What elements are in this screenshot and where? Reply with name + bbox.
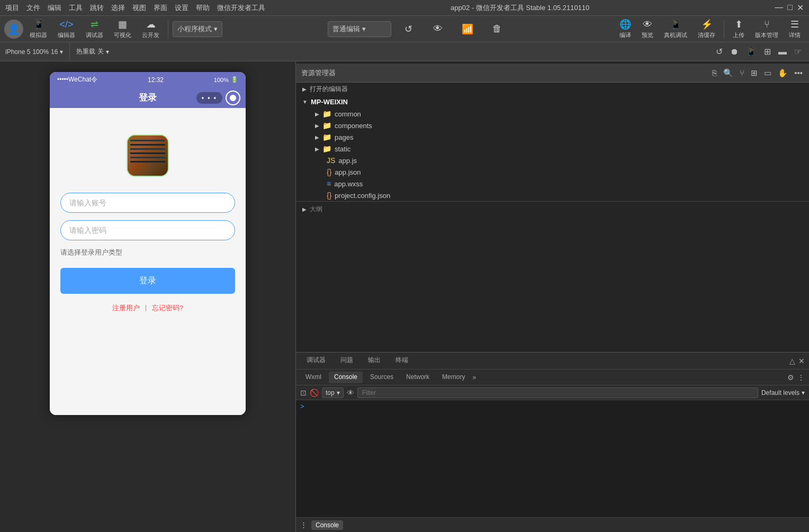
subtab-more[interactable]: » (472, 374, 476, 381)
split-view-icon[interactable]: ▭ (763, 67, 772, 79)
menu-edit[interactable]: 编辑 (48, 3, 61, 13)
subtab-sources[interactable]: Sources (365, 372, 399, 383)
default-levels-selector[interactable]: Default levels ▾ (761, 389, 805, 396)
bottom-more-icon[interactable]: ⋮ (300, 521, 307, 529)
tab-terminal[interactable]: 终端 (389, 354, 415, 368)
record-inner (230, 95, 236, 101)
phone-icon[interactable]: 📱 (744, 46, 759, 58)
menu-help[interactable]: 帮助 (196, 3, 210, 13)
maximize-button[interactable]: □ (787, 3, 793, 13)
console-block-icon[interactable]: 🚫 (310, 389, 319, 397)
console-filter-input[interactable] (357, 387, 758, 398)
forgot-pwd-link[interactable]: 忘记密码? (152, 303, 183, 313)
git-icon[interactable]: ⑂ (739, 67, 745, 78)
folder-static[interactable]: ▶ 📁 static (296, 143, 809, 155)
eye-btn[interactable]: 👁 (425, 21, 451, 37)
dots-icon: • • • (202, 94, 217, 102)
tab-debugger[interactable]: 调试器 (300, 354, 332, 368)
editor-label: 编辑器 (58, 31, 75, 39)
phone-more-btn[interactable]: • • • (196, 92, 222, 104)
subtab-console[interactable]: Console (329, 372, 363, 383)
menu-settings[interactable]: 设置 (175, 3, 188, 13)
menu-tools[interactable]: 工具 (69, 3, 83, 13)
copy-icon[interactable]: ⎘ (711, 67, 718, 78)
file-app-js[interactable]: JS app.js (296, 155, 809, 166)
devtools-settings-icon[interactable]: ⚙ (787, 373, 794, 382)
devtools-expand-btn[interactable]: △ (789, 357, 795, 365)
password-input[interactable] (60, 220, 235, 240)
console-bottom-btn[interactable]: Console (311, 520, 343, 530)
file-toolbar: 资源管理器 ⎘ 🔍 ⑂ ⊞ ▭ ✋ ••• (296, 64, 809, 83)
context-selector[interactable]: top ▾ (322, 387, 344, 398)
subtab-network[interactable]: Network (401, 372, 435, 383)
outline-section[interactable]: ▶ 大纲 (296, 201, 809, 217)
menu-file[interactable]: 文件 (26, 3, 40, 13)
upload-btn[interactable]: ⬆ 上传 (729, 16, 749, 41)
real-debug-btn[interactable]: 📱 真机调试 (660, 16, 691, 41)
details-btn[interactable]: ☰ 详情 (785, 16, 805, 41)
clear-cache-btn[interactable]: 🗑 (484, 21, 510, 37)
menu-select[interactable]: 选择 (111, 3, 125, 13)
mp-weixin-header[interactable]: ▼ MP-WEIXIN (296, 96, 809, 108)
phone-record-btn[interactable] (226, 91, 240, 105)
tab-output[interactable]: 输出 (362, 354, 387, 368)
hand-icon[interactable]: ✋ (777, 67, 789, 79)
debug-remote-btn[interactable]: 📶 (455, 21, 480, 37)
phone-links: 注册用户 | 忘记密码? (112, 303, 184, 313)
device-dropdown-arrow: ▾ (60, 48, 63, 56)
compile-dropdown[interactable]: 普通编辑 ▾ (328, 21, 391, 37)
simulator-btn[interactable]: 📱 模拟器 (25, 16, 51, 41)
login-button[interactable]: 登录 (60, 268, 235, 294)
register-link[interactable]: 注册用户 (112, 303, 140, 313)
translate-btn[interactable]: 🌐 编译 (615, 16, 635, 41)
menu-project[interactable]: 项目 (5, 3, 19, 13)
bookshelf-image (128, 134, 168, 177)
search-icon[interactable]: 🔍 (722, 67, 734, 79)
subtab-wxml[interactable]: Wxml (300, 372, 327, 383)
editor-btn[interactable]: </> 编辑器 (53, 17, 79, 41)
tab-issues[interactable]: 问题 (334, 354, 359, 368)
hot-reload-selector[interactable]: 热重载 关 ▾ (76, 47, 109, 56)
eye-filter-icon[interactable]: 👁 (347, 389, 354, 397)
file-app-json[interactable]: {} app.json (296, 166, 809, 178)
device-selector[interactable]: iPhone 5 100% 16 ▾ (5, 48, 63, 56)
debugger-btn[interactable]: ⇌ 调试器 (82, 16, 107, 41)
upload-icon: ⬆ (735, 19, 743, 30)
cloud-dev-btn[interactable]: ☁ 云开发 (138, 16, 164, 41)
refresh-btn[interactable]: ↺ (395, 21, 421, 37)
menu-view[interactable]: 视图 (132, 3, 146, 13)
tablet-icon[interactable]: ▬ (776, 46, 789, 58)
touch-icon[interactable]: ☞ (792, 46, 804, 58)
context-arrow: ▾ (337, 389, 340, 396)
split-icon[interactable]: ⊞ (762, 46, 773, 58)
menu-interface[interactable]: 界面 (154, 3, 167, 13)
preview-btn[interactable]: 👁 预览 (637, 17, 658, 41)
avatar[interactable]: 👤 (4, 20, 23, 39)
menu-wechat[interactable]: 微信开发者工具 (217, 3, 265, 13)
rotate-icon[interactable]: ↺ (714, 46, 725, 58)
opened-editors-header[interactable]: ▶ 打开的编辑器 (296, 83, 809, 96)
folder-common[interactable]: ▶ 📁 common (296, 108, 809, 120)
visualize-btn[interactable]: ▦ 可视化 (110, 16, 136, 41)
devtools-more-icon[interactable]: ⋮ (797, 373, 805, 382)
file-project-config[interactable]: {} project.config.json (296, 190, 809, 201)
console-cursor-icon[interactable]: ⊡ (300, 389, 307, 397)
devtools-close-btn[interactable]: ✕ (798, 357, 805, 365)
mode-dropdown[interactable]: 小程序模式 ▾ (173, 21, 222, 37)
console-prompt[interactable]: > (300, 402, 304, 410)
more-icon[interactable]: ••• (793, 67, 804, 78)
menu-goto[interactable]: 跳转 (90, 3, 104, 13)
stop-icon[interactable]: ⏺ (728, 46, 741, 58)
folder-pages[interactable]: ▶ 📁 pages (296, 131, 809, 143)
folder-components[interactable]: ▶ 📁 components (296, 120, 809, 131)
grid-icon[interactable]: ⊞ (750, 67, 759, 79)
minimize-button[interactable]: — (775, 3, 783, 13)
close-button[interactable]: ✕ (797, 3, 804, 13)
version-mgr-btn[interactable]: ⑂ 版本管理 (751, 17, 783, 41)
clear-cache-label: 清缓存 (698, 31, 715, 39)
subtab-memory[interactable]: Memory (437, 372, 470, 383)
clear-cache-btn2[interactable]: ⚡ 清缓存 (694, 16, 720, 41)
account-input[interactable] (60, 193, 235, 213)
details-label: 详情 (789, 31, 801, 39)
file-app-wxss[interactable]: ≡ app.wxss (296, 178, 809, 190)
